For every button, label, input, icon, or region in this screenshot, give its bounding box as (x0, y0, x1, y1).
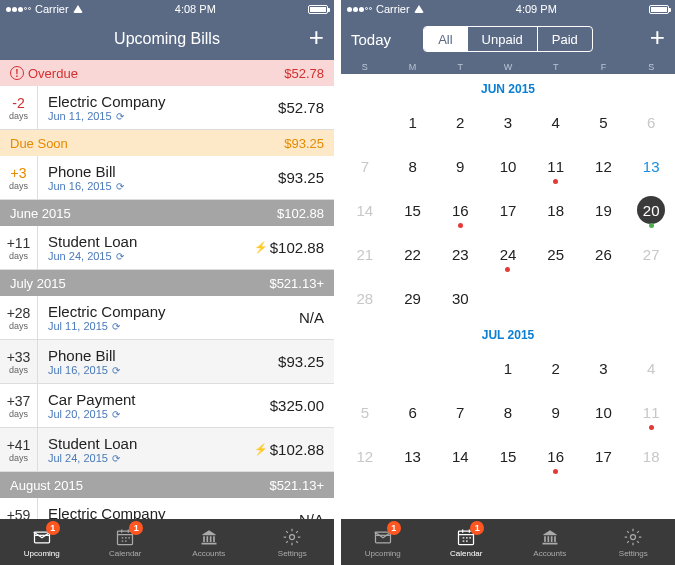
tab-calendar[interactable]: Calendar1 (84, 519, 168, 565)
bills-list[interactable]: !Overdue$52.78-2days Electric Company Ju… (0, 60, 334, 565)
bill-row[interactable]: +37days Car Payment Jul 20, 2015 ⟳ $325.… (0, 384, 334, 428)
calendar-day[interactable]: 3 (484, 100, 532, 144)
calendar-day[interactable]: 17 (484, 188, 532, 232)
event-dot (505, 267, 510, 272)
tab-upcoming[interactable]: Upcoming1 (341, 519, 425, 565)
calendar-weekdays: SMTWTFS (341, 60, 675, 74)
tab-settings[interactable]: Settings (251, 519, 335, 565)
add-button[interactable]: + (309, 22, 324, 53)
tab-label: Accounts (533, 549, 566, 558)
bill-row[interactable]: -2days Electric Company Jun 11, 2015 ⟳ $… (0, 86, 334, 130)
calendar-day[interactable]: 6 (389, 390, 437, 434)
calendar-day[interactable]: 12 (341, 434, 389, 478)
svg-point-5 (631, 534, 636, 539)
bill-amount: ⚡$102.88 (244, 226, 334, 269)
calendar-day[interactable]: 16 (436, 188, 484, 232)
segment-all[interactable]: All (424, 27, 467, 51)
calendar-day[interactable]: 4 (532, 100, 580, 144)
calendar-day[interactable]: 24 (484, 232, 532, 276)
calendar-day[interactable]: 22 (389, 232, 437, 276)
calendar-day[interactable]: 30 (436, 276, 484, 320)
tab-settings[interactable]: Settings (592, 519, 676, 565)
bill-name: Electric Company (48, 303, 234, 320)
calendar-day[interactable]: 21 (341, 232, 389, 276)
filter-segment[interactable]: AllUnpaidPaid (423, 26, 593, 52)
days-badge: -2days (0, 86, 38, 129)
repeat-icon: ⟳ (116, 251, 124, 262)
page-title: Upcoming Bills (114, 30, 220, 48)
add-button[interactable]: + (650, 22, 665, 53)
bolt-icon: ⚡ (254, 443, 268, 456)
bill-row[interactable]: +28days Electric Company Jul 11, 2015 ⟳ … (0, 296, 334, 340)
calendar-day (389, 346, 437, 390)
calendar[interactable]: JUN 201512345678910111213141516171819202… (341, 74, 675, 565)
tab-calendar[interactable]: Calendar1 (425, 519, 509, 565)
calendar-day[interactable]: 25 (532, 232, 580, 276)
bill-row[interactable]: +11days Student Loan Jun 24, 2015 ⟳ ⚡$10… (0, 226, 334, 270)
calendar-day[interactable]: 7 (341, 144, 389, 188)
calendar-day[interactable]: 1 (484, 346, 532, 390)
bill-row[interactable]: +41days Student Loan Jul 24, 2015 ⟳ ⚡$10… (0, 428, 334, 472)
tab-upcoming[interactable]: Upcoming1 (0, 519, 84, 565)
calendar-day[interactable]: 1 (389, 100, 437, 144)
calendar-day[interactable]: 13 (389, 434, 437, 478)
repeat-icon: ⟳ (116, 181, 124, 192)
calendar-day[interactable]: 17 (580, 434, 628, 478)
navbar: Today AllUnpaidPaid + (341, 18, 675, 60)
calendar-day[interactable]: 3 (580, 346, 628, 390)
calendar-day[interactable]: 12 (580, 144, 628, 188)
tab-accounts[interactable]: Accounts (167, 519, 251, 565)
calendar-day[interactable]: 10 (580, 390, 628, 434)
badge: 1 (470, 521, 484, 535)
segment-paid[interactable]: Paid (538, 27, 592, 51)
calendar-day[interactable]: 14 (341, 188, 389, 232)
tab-label: Upcoming (24, 549, 60, 558)
calendar-day[interactable]: 9 (436, 144, 484, 188)
calendar-day[interactable]: 16 (532, 434, 580, 478)
calendar-day[interactable]: 29 (389, 276, 437, 320)
calendar-day[interactable]: 5 (341, 390, 389, 434)
bill-date: Jul 16, 2015 ⟳ (48, 364, 234, 376)
bill-row[interactable]: +33days Phone Bill Jul 16, 2015 ⟳ $93.25 (0, 340, 334, 384)
days-badge: +28days (0, 296, 38, 339)
calendar-day[interactable]: 20 (627, 188, 675, 232)
calendar-day[interactable]: 9 (532, 390, 580, 434)
tab-label: Settings (619, 549, 648, 558)
calendar-day[interactable]: 4 (627, 346, 675, 390)
calendar-day[interactable]: 27 (627, 232, 675, 276)
calendar-day[interactable]: 7 (436, 390, 484, 434)
phone-calendar: Carrier 4:09 PM Today AllUnpaidPaid + SM… (341, 0, 675, 565)
section-header: July 2015$521.13+ (0, 270, 334, 296)
calendar-day[interactable]: 8 (389, 144, 437, 188)
calendar-day[interactable]: 15 (484, 434, 532, 478)
calendar-day[interactable]: 18 (532, 188, 580, 232)
calendar-day[interactable]: 11 (627, 390, 675, 434)
battery-icon (308, 5, 328, 14)
tab-label: Accounts (192, 549, 225, 558)
bill-amount: $52.78 (244, 86, 334, 129)
calendar-day[interactable]: 15 (389, 188, 437, 232)
calendar-day[interactable]: 26 (580, 232, 628, 276)
event-dot (649, 223, 654, 228)
calendar-day[interactable]: 11 (532, 144, 580, 188)
bill-amount: $325.00 (244, 384, 334, 427)
calendar-day[interactable]: 2 (532, 346, 580, 390)
calendar-day[interactable]: 19 (580, 188, 628, 232)
calendar-day[interactable]: 10 (484, 144, 532, 188)
calendar-day[interactable]: 5 (580, 100, 628, 144)
calendar-day[interactable]: 13 (627, 144, 675, 188)
segment-unpaid[interactable]: Unpaid (468, 27, 538, 51)
repeat-icon: ⟳ (112, 321, 120, 332)
calendar-day[interactable]: 2 (436, 100, 484, 144)
calendar-day[interactable]: 23 (436, 232, 484, 276)
calendar-day[interactable]: 14 (436, 434, 484, 478)
today-button[interactable]: Today (351, 31, 391, 48)
calendar-day[interactable]: 28 (341, 276, 389, 320)
calendar-day[interactable]: 8 (484, 390, 532, 434)
calendar-day[interactable]: 18 (627, 434, 675, 478)
bill-date: Jun 16, 2015 ⟳ (48, 180, 234, 192)
calendar-day (627, 276, 675, 320)
calendar-day[interactable]: 6 (627, 100, 675, 144)
tab-accounts[interactable]: Accounts (508, 519, 592, 565)
bill-row[interactable]: +3days Phone Bill Jun 16, 2015 ⟳ $93.25 (0, 156, 334, 200)
